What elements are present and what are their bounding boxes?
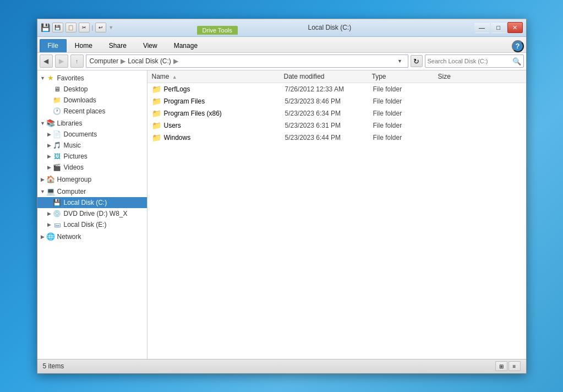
- videos-icon: 🎬: [53, 163, 62, 172]
- tab-home[interactable]: Home: [67, 39, 101, 52]
- documents-icon: 📄: [53, 130, 62, 139]
- main-area: ▼ ★ Favorites 🖥 Desktop 📁 Downloads 🕐: [37, 70, 526, 359]
- file-row-users[interactable]: 📁 Users 5/23/2023 6:31 PM File folder: [147, 119, 526, 132]
- view-tiles-button[interactable]: ⊞: [495, 361, 507, 371]
- sidebar-item-pictures[interactable]: ▶ 🖼 Pictures: [37, 151, 147, 162]
- window-controls: — □ ✕: [474, 22, 523, 33]
- back-button[interactable]: ◀: [40, 55, 53, 68]
- expand-downloads-icon: [46, 97, 53, 104]
- breadcrumb-dropdown[interactable]: ▼: [396, 57, 405, 66]
- sidebar-item-dvd-d[interactable]: ▶ 💿 DVD Drive (D:) W8_X: [37, 208, 147, 219]
- forward-button[interactable]: ▶: [55, 55, 68, 68]
- tab-share[interactable]: Share: [101, 39, 135, 52]
- expand-homegroup-icon: ▶: [40, 176, 46, 183]
- tab-view[interactable]: View: [135, 39, 166, 52]
- music-icon: 🎵: [53, 141, 62, 150]
- content-area: Name ▲ Date modified Type Size 📁 PerfLog…: [147, 70, 526, 359]
- breadcrumb: Computer ▶ Local Disk (C:) ▶: [90, 57, 396, 65]
- copy-button[interactable]: 📋: [65, 23, 76, 32]
- recent-label: Recent places: [64, 107, 145, 115]
- sidebar-item-network[interactable]: ▶ 🌐 Network: [37, 231, 147, 242]
- folder-icon-programfiles-x86: 📁: [152, 109, 161, 118]
- local-e-label: Local Disk (E:): [64, 221, 145, 228]
- tab-file[interactable]: File: [40, 39, 67, 52]
- desktop-icon: 🖥: [53, 85, 62, 94]
- file-date-users: 5/23/2023 6:31 PM: [285, 122, 373, 129]
- help-button[interactable]: ?: [512, 40, 524, 52]
- sidebar-item-music[interactable]: ▶ 🎵 Music: [37, 140, 147, 151]
- breadcrumb-local-c[interactable]: Local Disk (C:): [128, 57, 171, 65]
- sidebar-item-videos[interactable]: ▶ 🎬 Videos: [37, 162, 147, 173]
- sidebar-item-homegroup[interactable]: ▶ 🏠 Homegroup: [37, 174, 147, 185]
- minimize-button[interactable]: —: [474, 22, 490, 33]
- homegroup-label: Homegroup: [57, 176, 145, 183]
- dropdown-arrow[interactable]: ▼: [108, 25, 113, 30]
- folder-icon-users: 📁: [152, 121, 161, 130]
- sidebar-item-computer[interactable]: ▼ 💻 Computer: [37, 186, 147, 197]
- maximize-button[interactable]: □: [491, 22, 506, 33]
- music-label: Music: [64, 141, 145, 149]
- pictures-icon: 🖼: [53, 152, 62, 161]
- drive-tools-badge: Drive Tools: [197, 26, 238, 35]
- address-path[interactable]: Computer ▶ Local Disk (C:) ▶ ▼: [86, 55, 408, 68]
- sidebar-item-local-e[interactable]: ▶ 🖴 Local Disk (E:): [37, 219, 147, 230]
- expand-pictures-icon: ▶: [46, 153, 53, 160]
- expand-music-icon: ▶: [46, 142, 53, 149]
- up-button[interactable]: ↑: [70, 55, 84, 68]
- local-e-icon: 🖴: [53, 220, 62, 229]
- expand-recent-icon: [46, 108, 53, 115]
- sidebar-item-downloads[interactable]: 📁 Downloads: [37, 95, 147, 106]
- sidebar-item-local-c[interactable]: 💾 Local Disk (C:): [37, 197, 147, 208]
- expand-desktop-icon: [46, 86, 53, 92]
- videos-label: Videos: [64, 164, 145, 171]
- file-name-windows: Windows: [164, 134, 285, 141]
- network-label: Network: [57, 233, 145, 241]
- file-type-perflogs: File folder: [373, 85, 439, 93]
- sidebar-item-favorites[interactable]: ▼ ★ Favorites: [37, 73, 147, 84]
- sidebar-item-desktop[interactable]: 🖥 Desktop: [37, 84, 147, 95]
- file-name-users: Users: [164, 122, 285, 129]
- file-row-programfiles-x86[interactable]: 📁 Program Files (x86) 5/23/2023 6:34 PM …: [147, 107, 526, 119]
- col-header-date[interactable]: Date modified: [284, 73, 372, 80]
- dvd-d-icon: 💿: [53, 209, 62, 218]
- ribbon-wrapper: Drive Tools File Home Share View Manage: [37, 37, 526, 53]
- sidebar-item-libraries[interactable]: ▼ 📚 Libraries: [37, 118, 147, 129]
- recent-icon: 🕐: [53, 107, 62, 116]
- expand-computer-icon: ▼: [40, 188, 46, 195]
- close-button[interactable]: ✕: [507, 22, 523, 33]
- file-name-programfiles: Program Files: [164, 97, 285, 105]
- expand-localc-icon: [46, 199, 53, 206]
- expand-videos-icon: ▶: [46, 164, 53, 171]
- save-button[interactable]: 💾: [52, 23, 63, 32]
- col-header-type[interactable]: Type: [372, 73, 438, 80]
- view-tiles-icon: ⊞: [499, 363, 504, 369]
- expand-docs-icon: ▶: [46, 131, 53, 138]
- file-row-perflogs[interactable]: 📁 PerfLogs 7/26/2012 12:33 AM File folde…: [147, 83, 526, 95]
- folder-icon-programfiles: 📁: [152, 97, 161, 106]
- col-header-size[interactable]: Size: [438, 73, 493, 80]
- breadcrumb-computer[interactable]: Computer: [90, 57, 119, 65]
- file-row-programfiles[interactable]: 📁 Program Files 5/23/2023 8:46 PM File f…: [147, 95, 526, 107]
- pictures-label: Pictures: [64, 153, 145, 160]
- sidebar-item-documents[interactable]: ▶ 📄 Documents: [37, 129, 147, 140]
- move-button[interactable]: ✂: [79, 23, 90, 32]
- file-row-windows[interactable]: 📁 Windows 5/23/2023 6:44 PM File folder: [147, 132, 526, 144]
- undo-button[interactable]: ↩: [95, 23, 106, 32]
- ribbon: File Home Share View Manage ?: [37, 37, 526, 53]
- favorites-label: Favorites: [57, 74, 145, 82]
- search-icon[interactable]: 🔍: [512, 57, 521, 66]
- col-resize-name[interactable]: ▲: [172, 74, 177, 80]
- title-bar-left: 💾 💾 📋 ✂ | ↩ ▼: [41, 23, 185, 32]
- dvd-d-label: DVD Drive (D:) W8_X: [64, 210, 145, 217]
- file-name-programfiles-x86: Program Files (x86): [164, 110, 285, 117]
- tab-manage[interactable]: Manage: [166, 39, 206, 52]
- refresh-button[interactable]: ↻: [411, 55, 423, 67]
- sidebar: ▼ ★ Favorites 🖥 Desktop 📁 Downloads 🕐: [37, 70, 147, 359]
- desktop-label: Desktop: [64, 85, 145, 93]
- sidebar-item-recent[interactable]: 🕐 Recent places: [37, 106, 147, 117]
- downloads-label: Downloads: [64, 96, 145, 104]
- sidebar-section-libraries: ▼ 📚 Libraries ▶ 📄 Documents ▶ 🎵 Music ▶ …: [37, 118, 147, 173]
- view-list-button[interactable]: ≡: [509, 361, 521, 371]
- search-input[interactable]: [428, 58, 512, 64]
- col-header-name[interactable]: Name ▲: [152, 73, 284, 80]
